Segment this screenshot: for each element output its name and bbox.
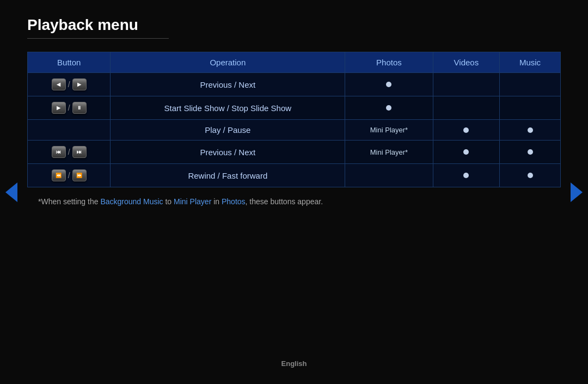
separator: / xyxy=(68,80,70,89)
music-cell xyxy=(500,164,561,187)
table-row: ⏪ / ⏩ Rewind / Fast forward xyxy=(28,164,561,187)
videos-cell xyxy=(433,164,499,187)
next-track-button-icon: ⏭ xyxy=(72,146,87,158)
music-cell xyxy=(500,96,561,120)
dot-indicator xyxy=(528,149,533,155)
playback-table: Button Operation Photos Videos Music ◀ /… xyxy=(27,52,561,187)
videos-cell xyxy=(433,96,499,120)
dot-indicator xyxy=(528,173,533,178)
nav-next-button[interactable] xyxy=(571,182,583,202)
music-cell xyxy=(500,141,561,164)
music-cell xyxy=(500,73,561,96)
pause-button-icon: ⏸ xyxy=(72,102,87,114)
prev-track-button-icon: ⏮ xyxy=(52,146,66,158)
dot-indicator xyxy=(463,173,469,178)
operation-cell: Rewind / Fast forward xyxy=(111,164,345,187)
dot-indicator xyxy=(463,127,469,133)
fastforward-button-icon: ⏩ xyxy=(72,169,87,181)
dot-indicator xyxy=(528,127,533,133)
table-row: ▶ / ⏸ Start Slide Show / Stop Slide Show xyxy=(28,96,561,120)
footnote-highlight-photos: Photos xyxy=(222,197,246,206)
music-cell xyxy=(500,120,561,141)
button-cell xyxy=(28,120,111,141)
table-row: Play / Pause Mini Player* xyxy=(28,120,561,141)
footnote: *When setting the Background Music to Mi… xyxy=(27,197,561,206)
table-row: ⏮ / ⏭ Previous / Next Mini Player* xyxy=(28,141,561,164)
table-row: ◀ / ▶ Previous / Next xyxy=(28,73,561,96)
photos-cell: Mini Player* xyxy=(345,141,433,164)
button-cell: ◀ / ▶ xyxy=(28,73,111,96)
footnote-highlight-bg-music: Background Music xyxy=(100,197,163,206)
dot-indicator xyxy=(386,82,391,87)
col-header-photos: Photos xyxy=(345,52,433,73)
videos-cell xyxy=(433,141,499,164)
prev-button-icon: ◀ xyxy=(52,78,66,90)
col-header-music: Music xyxy=(500,52,561,73)
separator: / xyxy=(68,103,70,112)
nav-prev-button[interactable] xyxy=(5,182,17,202)
videos-cell xyxy=(433,120,499,141)
separator: / xyxy=(68,148,70,156)
operation-cell: Play / Pause xyxy=(111,120,345,141)
col-header-button: Button xyxy=(28,52,111,73)
operation-cell: Previous / Next xyxy=(111,141,345,164)
operation-cell: Start Slide Show / Stop Slide Show xyxy=(111,96,345,120)
footnote-highlight-mini-player: Mini Player xyxy=(174,197,211,206)
next-button-icon: ▶ xyxy=(72,78,87,90)
button-cell: ⏮ / ⏭ xyxy=(28,141,111,164)
photos-cell xyxy=(345,73,433,96)
rewind-button-icon: ⏪ xyxy=(52,169,66,181)
page-title: Playback menu xyxy=(27,16,169,39)
videos-cell xyxy=(433,73,499,96)
language-label: English xyxy=(281,359,307,368)
photos-cell: Mini Player* xyxy=(345,120,433,141)
col-header-operation: Operation xyxy=(111,52,345,73)
button-cell: ⏪ / ⏩ xyxy=(28,164,111,187)
col-header-videos: Videos xyxy=(433,52,499,73)
button-cell: ▶ / ⏸ xyxy=(28,96,111,120)
operation-cell: Previous / Next xyxy=(111,73,345,96)
dot-indicator xyxy=(386,105,391,111)
separator: / xyxy=(68,171,70,180)
photos-cell xyxy=(345,96,433,120)
photos-cell xyxy=(345,164,433,187)
dot-indicator xyxy=(463,149,469,155)
play-button-icon: ▶ xyxy=(52,102,66,114)
